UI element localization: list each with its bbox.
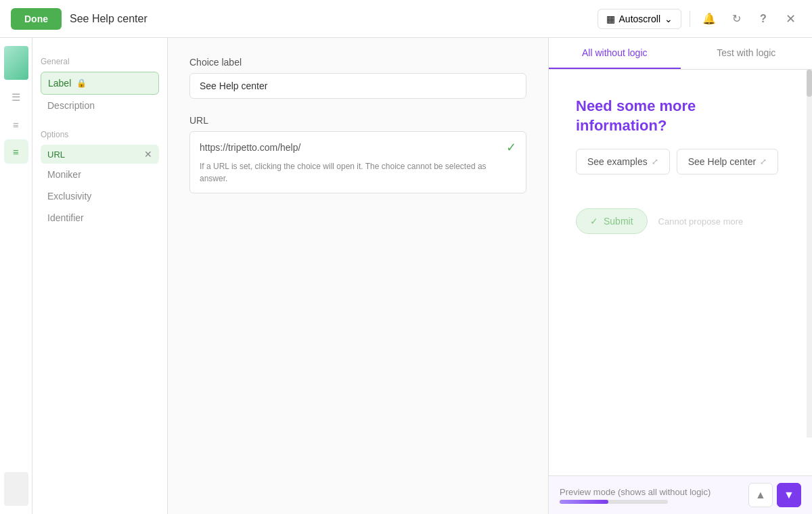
- sidebar-panel: General Label 🔒 Description Options URL …: [32, 38, 168, 514]
- right-content: Need some more information? See examples…: [549, 70, 812, 475]
- bottom-bar-info: Preview mode (shows all without logic): [560, 487, 710, 504]
- up-arrow-icon: ▲: [755, 489, 766, 501]
- refresh-icon: ↻: [732, 12, 741, 25]
- sidebar-item-identifier[interactable]: Identifier: [41, 207, 159, 229]
- url-check-icon: ✓: [506, 140, 516, 155]
- autoscroll-icon: ▦: [606, 14, 615, 24]
- see-help-center-label: See Help center: [688, 156, 756, 167]
- hamburger-icon: ☰: [12, 91, 20, 103]
- choice-label-text: Choice label: [189, 57, 526, 68]
- external-link-icon-2: ⤢: [760, 157, 767, 166]
- external-link-icon: ⤢: [652, 157, 658, 166]
- see-examples-label: See examples: [587, 156, 648, 167]
- url-remove-icon[interactable]: ✕: [144, 149, 152, 160]
- choice-label-input[interactable]: [189, 73, 526, 99]
- see-help-center-button[interactable]: See Help center ⤢: [677, 149, 778, 174]
- url-input[interactable]: [200, 142, 501, 153]
- bottom-bar: Preview mode (shows all without logic) ▲…: [549, 475, 812, 514]
- nav-down-button[interactable]: ▼: [777, 483, 801, 507]
- url-tag-label: URL: [47, 149, 65, 160]
- url-hint-text: If a URL is set, clicking the choice wil…: [200, 160, 516, 185]
- sidebar-item-description[interactable]: Description: [41, 95, 159, 116]
- scrollbar-track[interactable]: [807, 70, 812, 438]
- help-buttons: See examples ⤢ See Help center ⤢: [576, 149, 785, 174]
- top-bar-right: ▦ Autoscroll ⌄ 🔔 ↻ ? ✕: [597, 8, 801, 30]
- list-active-icon: ≡: [13, 146, 19, 158]
- scrollbar-thumb[interactable]: [807, 70, 812, 97]
- divider: [690, 11, 690, 27]
- options-section-label: Options: [41, 130, 159, 139]
- top-bar-left: Done See Help center: [11, 8, 148, 30]
- submit-hint: Cannot propose more: [658, 216, 744, 227]
- nav-up-button[interactable]: ▲: [748, 483, 773, 507]
- bell-icon: 🔔: [702, 12, 716, 25]
- progress-bar: [560, 500, 668, 504]
- left-card-green: [4, 46, 28, 80]
- url-tag[interactable]: URL ✕: [41, 145, 159, 164]
- done-button[interactable]: Done: [11, 8, 62, 30]
- chevron-down-icon: ⌄: [664, 14, 673, 24]
- left-icon-list[interactable]: ≡: [4, 112, 28, 137]
- preview-mode-text: Preview mode (shows all without logic): [560, 487, 710, 497]
- sidebar-item-exclusivity[interactable]: Exclusivity: [41, 185, 159, 207]
- right-panel: All without logic Test with logic Need s…: [548, 38, 812, 514]
- url-label-text: URL: [189, 115, 526, 126]
- submit-label: Submit: [604, 216, 633, 227]
- refresh-icon-button[interactable]: ↻: [725, 8, 747, 30]
- left-icon-list-active[interactable]: ≡: [4, 139, 28, 164]
- submit-button[interactable]: ✓ Submit: [576, 208, 648, 234]
- submit-check-icon: ✓: [590, 216, 598, 227]
- bell-icon-button[interactable]: 🔔: [698, 8, 720, 30]
- autoscroll-label: Autoscroll: [619, 14, 660, 24]
- right-tabs: All without logic Test with logic: [549, 38, 812, 70]
- left-icon-hamburger[interactable]: ☰: [4, 85, 28, 110]
- progress-bar-fill: [560, 500, 608, 504]
- list-icon: ≡: [13, 119, 19, 131]
- help-icon-button[interactable]: ?: [752, 8, 774, 30]
- left-card-gray: [4, 472, 28, 506]
- main-content: Choice label URL ✓ If a URL is set, clic…: [168, 38, 548, 514]
- see-examples-button[interactable]: See examples ⤢: [576, 149, 670, 174]
- bottom-nav: ▲ ▼: [748, 483, 801, 507]
- autoscroll-button[interactable]: ▦ Autoscroll ⌄: [597, 9, 681, 29]
- close-button[interactable]: ✕: [780, 8, 801, 30]
- help-section: Need some more information? See examples…: [562, 83, 798, 188]
- label-text: Label: [48, 78, 71, 89]
- tab-with-logic[interactable]: Test with logic: [681, 38, 813, 69]
- tab-without-logic[interactable]: All without logic: [549, 38, 681, 69]
- url-input-wrapper: ✓ If a URL is set, clicking the choice w…: [189, 131, 526, 193]
- top-bar: Done See Help center ▦ Autoscroll ⌄ 🔔 ↻ …: [0, 0, 812, 38]
- question-icon: ?: [760, 13, 767, 25]
- main-layout: ☰ ≡ ≡ General Label 🔒 Description Option…: [0, 38, 812, 514]
- url-input-row: ✓: [200, 140, 516, 155]
- sidebar-item-moniker[interactable]: Moniker: [41, 164, 159, 185]
- general-section-label: General: [41, 57, 159, 66]
- submit-area: ✓ Submit Cannot propose more: [562, 195, 798, 248]
- sidebar-item-label[interactable]: Label 🔒: [41, 72, 159, 95]
- down-arrow-icon: ▼: [784, 489, 794, 501]
- url-section: URL ✓ If a URL is set, clicking the choi…: [189, 115, 526, 193]
- page-title: See Help center: [70, 13, 148, 25]
- lock-icon: 🔒: [76, 78, 87, 88]
- help-title: Need some more information?: [576, 97, 785, 135]
- far-left-panel: ☰ ≡ ≡: [0, 38, 32, 514]
- close-icon: ✕: [786, 11, 796, 26]
